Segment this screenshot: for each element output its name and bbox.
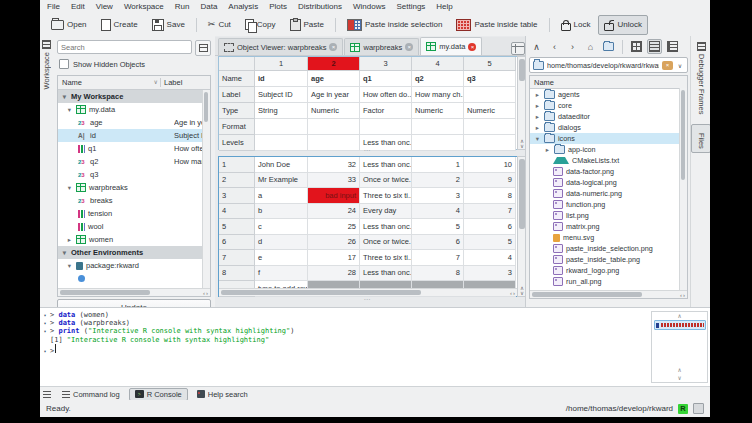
cell[interactable]	[412, 119, 464, 135]
path-combobox[interactable]: home/thomas/develop/rkward/rkward/ × ∨	[529, 57, 688, 73]
file-row[interactable]: CMakeLists.txt	[530, 155, 687, 166]
cell[interactable]: 32	[308, 157, 360, 173]
column-label[interactable]: Label	[161, 78, 210, 87]
cell[interactable]: q2	[412, 71, 464, 87]
cell[interactable]: 26	[308, 235, 360, 251]
view-detailed-button[interactable]	[647, 39, 662, 54]
chevron-right-icon[interactable]: ▸	[534, 124, 541, 132]
file-row[interactable]: data-logical.png	[530, 177, 687, 188]
tree-row-partial[interactable]	[58, 272, 210, 285]
file-row[interactable]: ▸dataeditor	[530, 111, 687, 122]
tree-row-mydata[interactable]: ▾my.data	[58, 103, 210, 116]
cell[interactable]: Less than onc...	[360, 219, 412, 235]
file-row[interactable]: list.png	[530, 210, 687, 221]
view-tree-button[interactable]	[665, 39, 680, 54]
menu-view[interactable]: View	[96, 2, 113, 11]
chevron-right-icon[interactable]: ▸	[544, 146, 551, 154]
cell[interactable]	[464, 87, 516, 103]
cell[interactable]: 3	[464, 266, 516, 282]
scroll-right-icon[interactable]: ›	[683, 292, 687, 298]
file-row[interactable]: paste_inside_selection.png	[530, 243, 687, 254]
forward-button[interactable]: ›	[565, 39, 580, 54]
cell[interactable]: 9	[464, 173, 516, 189]
cell[interactable]: 28	[308, 266, 360, 282]
chevron-right-icon[interactable]: ▸	[534, 91, 541, 99]
cell[interactable]: Three to six ti...	[360, 250, 412, 266]
tree-row-q2[interactable]: 23q2How many ch...	[58, 155, 210, 168]
cell[interactable]: q1	[360, 71, 412, 87]
cell[interactable]: Age in year	[308, 87, 360, 103]
cell[interactable]	[464, 119, 516, 135]
split-view-button[interactable]	[511, 42, 525, 55]
search-input[interactable]	[57, 40, 192, 54]
file-row[interactable]: ▸dialogs	[530, 122, 687, 133]
chevron-down-icon[interactable]: ▾	[66, 184, 73, 192]
tab-workspace-vertical[interactable]: Workspace	[40, 36, 53, 93]
cell[interactable]: Subject ID	[255, 87, 308, 103]
cell[interactable]: c	[255, 219, 308, 235]
cell[interactable]	[360, 119, 412, 135]
tree-row-wool[interactable]: wool	[58, 220, 210, 233]
lock-button[interactable]: Lock	[555, 15, 597, 35]
file-row[interactable]: data-factor.png	[530, 166, 687, 177]
toolview-menu-icon[interactable]	[43, 391, 51, 398]
combo-dropdown-icon[interactable]: ∨	[676, 62, 684, 69]
chevron-right-icon[interactable]: ▸	[534, 113, 541, 121]
cell[interactable]: 6	[412, 235, 464, 251]
cell[interactable]: How many ch...	[412, 87, 464, 103]
column-name[interactable]: Name∨	[58, 78, 161, 87]
tab-object-viewer[interactable]: Object Viewer: warpbreaks×	[218, 38, 343, 55]
cell[interactable]: d	[255, 235, 308, 251]
cell[interactable]: 8	[412, 266, 464, 282]
cell[interactable]: How often do...	[360, 87, 412, 103]
file-row[interactable]: ▸core	[530, 100, 687, 111]
tree-row-tension[interactable]: tension	[58, 207, 210, 220]
menu-plots[interactable]: Plots	[269, 2, 287, 11]
cell[interactable]: 5	[412, 219, 464, 235]
close-icon[interactable]: ×	[468, 43, 476, 51]
cell[interactable]: 4	[412, 204, 464, 220]
file-row-selected[interactable]: ▾icons	[530, 133, 687, 144]
menu-distributions[interactable]: Distributions	[298, 2, 342, 11]
menu-workspace[interactable]: Workspace	[124, 2, 164, 11]
menu-file[interactable]: File	[47, 2, 60, 11]
workspace-horizontal-scrollbar[interactable]: ‹›	[58, 288, 210, 296]
column-header[interactable]: 3	[360, 57, 412, 71]
console-side-panel[interactable]: ∧ ∧ ∨	[651, 311, 708, 383]
open-button[interactable]: Open	[45, 16, 93, 34]
file-tree-header[interactable]: Name	[530, 76, 687, 89]
cell[interactable]	[255, 119, 308, 135]
show-hidden-checkbox[interactable]	[59, 59, 69, 69]
cell[interactable]: 33	[308, 173, 360, 189]
cell[interactable]: 5	[464, 235, 516, 251]
cell[interactable]: q3	[464, 71, 516, 87]
files-horizontal-scrollbar[interactable]: ‹›	[530, 290, 687, 298]
column-header-selected[interactable]: 2	[308, 57, 360, 71]
paste-button[interactable]: Paste	[284, 15, 330, 35]
files-vertical-scrollbar[interactable]	[679, 88, 687, 290]
up-button[interactable]: ∧	[529, 39, 544, 54]
tree-row-id[interactable]: A|idSubject ID	[58, 129, 210, 142]
column-header[interactable]: 5	[464, 57, 516, 71]
cell[interactable]: Less than onc...	[360, 266, 412, 282]
cell[interactable]: 4	[464, 250, 516, 266]
copy-button[interactable]: Copy	[239, 15, 282, 34]
editor-splitter[interactable]: ⋯	[218, 149, 516, 155]
close-icon[interactable]: ×	[405, 43, 413, 51]
cell[interactable]: f	[255, 266, 308, 282]
file-row[interactable]: menu.svg	[530, 232, 687, 243]
scroll-down-icon[interactable]: ∨	[678, 374, 682, 382]
menu-data[interactable]: Data	[200, 2, 217, 11]
cell[interactable]: 25	[308, 219, 360, 235]
unlock-button[interactable]: Unlock	[598, 15, 647, 35]
cell[interactable]: Numeric	[308, 103, 360, 119]
menu-windows[interactable]: Windows	[353, 2, 385, 11]
tab-debugger-frames[interactable]: Debugger Frames	[691, 38, 710, 118]
cell[interactable]: a	[255, 188, 308, 204]
cell[interactable]: age	[308, 71, 360, 87]
chevron-down-icon[interactable]: ▾	[534, 135, 541, 143]
menu-settings[interactable]: Settings	[396, 2, 425, 11]
tab-warpbreaks[interactable]: warpbreaks×	[344, 38, 419, 55]
cell[interactable]: Three to six ti...	[360, 188, 412, 204]
cell[interactable]: Numeric	[412, 103, 464, 119]
